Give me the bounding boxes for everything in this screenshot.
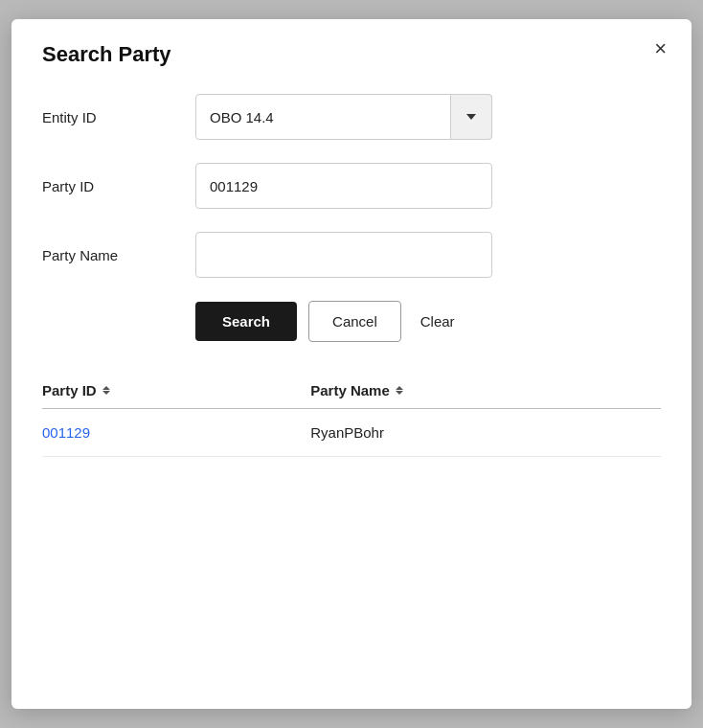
party-id-input[interactable] <box>195 163 492 209</box>
results-table: Party ID Party Name <box>42 373 661 457</box>
entity-id-label: Entity ID <box>42 109 195 125</box>
cancel-button[interactable]: Cancel <box>308 301 401 342</box>
entity-id-select-wrapper: OBO 14.4 OBO 14.5 OBO 14.6 <box>195 94 492 140</box>
close-button[interactable]: × <box>648 34 672 63</box>
modal-title: Search Party <box>42 42 661 67</box>
party-id-cell: 001129 <box>42 409 310 457</box>
clear-button[interactable]: Clear <box>413 302 463 341</box>
col-header-party-name[interactable]: Party Name <box>310 373 661 409</box>
party-name-cell: RyanPBohr <box>310 409 661 457</box>
button-row: Search Cancel Clear <box>42 301 661 342</box>
table-row: 001129 RyanPBohr <box>42 409 661 457</box>
party-id-link[interactable]: 001129 <box>42 424 90 441</box>
party-id-row: Party ID <box>42 163 661 209</box>
entity-id-select[interactable]: OBO 14.4 OBO 14.5 OBO 14.6 <box>195 94 492 140</box>
party-name-row: Party Name <box>42 232 661 278</box>
search-form: Entity ID OBO 14.4 OBO 14.5 OBO 14.6 Par… <box>42 94 661 278</box>
search-party-modal: × Search Party Entity ID OBO 14.4 OBO 14… <box>11 19 692 709</box>
col-header-party-id[interactable]: Party ID <box>42 373 310 409</box>
sort-icon-party-id <box>102 386 110 395</box>
sort-icon-party-name <box>396 386 403 395</box>
results-section: Party ID Party Name <box>42 373 661 457</box>
search-button[interactable]: Search <box>195 302 297 341</box>
party-name-input[interactable] <box>195 232 492 278</box>
table-header-row: Party ID Party Name <box>42 373 661 409</box>
party-id-label: Party ID <box>42 178 195 194</box>
modal-overlay: × Search Party Entity ID OBO 14.4 OBO 14… <box>0 0 703 728</box>
party-name-label: Party Name <box>42 247 195 263</box>
entity-id-row: Entity ID OBO 14.4 OBO 14.5 OBO 14.6 <box>42 94 661 140</box>
